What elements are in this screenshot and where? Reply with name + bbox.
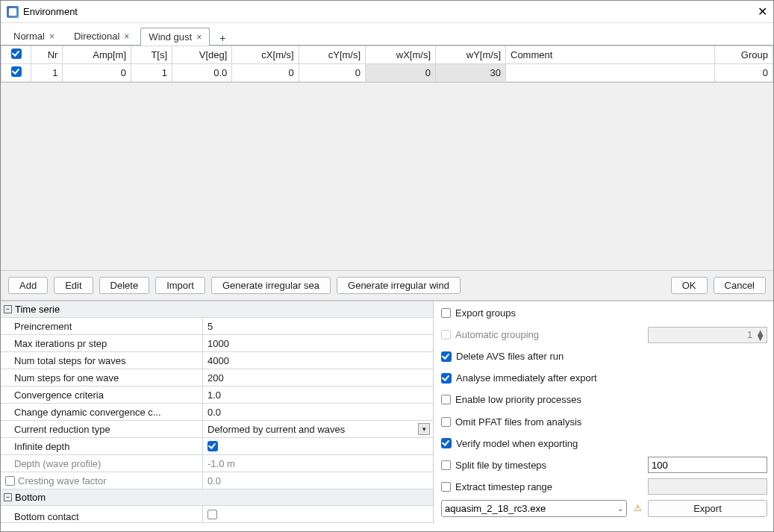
collapse-icon[interactable]: −: [4, 493, 12, 501]
checkbox[interactable]: [441, 373, 452, 384]
close-tab-icon[interactable]: ×: [124, 31, 129, 42]
cancel-button[interactable]: Cancel: [714, 277, 766, 294]
property-grid: − Time serie Preincrement5 Max iteration…: [1, 301, 434, 523]
group-label: Time serie: [15, 304, 60, 315]
checkbox[interactable]: [441, 438, 452, 448]
cell-nr[interactable]: 1: [31, 64, 63, 82]
prop-value[interactable]: 1.0: [202, 387, 433, 403]
checkbox[interactable]: [441, 395, 451, 404]
prop-value[interactable]: 1000: [202, 335, 433, 351]
col-check[interactable]: [1, 46, 31, 64]
auto-grouping-spinner: 1 ▲▼: [648, 327, 767, 343]
cell-wy[interactable]: 30: [436, 64, 506, 82]
cell-comment[interactable]: [506, 64, 715, 82]
cell-amp[interactable]: 0: [63, 64, 131, 82]
title-bar: Environment ✕: [1, 1, 773, 23]
exe-value: aquasim_2_18_rc3.exe: [445, 503, 546, 514]
group-time-serie[interactable]: − Time serie: [1, 301, 433, 318]
prop-label: Change dynamic convergence c...: [1, 407, 202, 418]
cell-group[interactable]: 0: [715, 64, 773, 82]
group-label: Bottom: [15, 492, 46, 503]
prop-label: Depth (wave profile): [1, 458, 202, 469]
table-row[interactable]: 1 0 1 0.0 0 0 0 30 0: [1, 64, 773, 82]
tab-strip: Normal × Directional × Wind gust × +: [1, 23, 773, 46]
add-tab-button[interactable]: +: [213, 31, 232, 45]
check-icon: [207, 441, 218, 451]
prop-value[interactable]: 5: [202, 318, 433, 334]
checkbox-empty-icon[interactable]: [5, 476, 15, 486]
row-check-icon[interactable]: [11, 66, 22, 77]
col-cx[interactable]: cX[m/s]: [232, 46, 299, 64]
prop-value: -1.0 m: [202, 455, 433, 472]
tab-label: Wind gust: [149, 31, 192, 43]
exe-select[interactable]: aquasim_2_18_rc3.exe ⌄: [441, 500, 627, 517]
checkbox[interactable]: [441, 351, 452, 362]
prop-label: Preincrement: [1, 321, 202, 332]
opt-label: Verify model when exporting: [456, 438, 578, 449]
prop-label: Num steps for one wave: [1, 372, 202, 384]
chevron-down-icon: ⌄: [617, 504, 623, 513]
checkbox[interactable]: [441, 308, 451, 318]
opt-label: Export groups: [455, 307, 516, 319]
tab-label: Directional: [74, 31, 119, 42]
col-group[interactable]: Group: [715, 46, 773, 64]
checkbox[interactable]: [441, 460, 451, 470]
table-empty-area: [1, 83, 773, 271]
warning-icon: ⚠: [631, 502, 643, 514]
prop-value[interactable]: 0.0: [202, 404, 433, 420]
opt-label: Enable low priority processes: [455, 394, 581, 405]
close-tab-icon[interactable]: ×: [49, 31, 54, 42]
cell-cx[interactable]: 0: [232, 64, 299, 82]
tab-directional[interactable]: Directional ×: [66, 27, 137, 45]
checkbox-empty-icon: [207, 510, 217, 519]
prop-label: Bottom contact: [1, 507, 202, 522]
tab-normal[interactable]: Normal ×: [5, 27, 63, 45]
prop-value-select[interactable]: Deformed by current and waves ▾: [202, 421, 433, 437]
close-tab-icon[interactable]: ×: [196, 32, 202, 43]
col-comment[interactable]: Comment: [506, 46, 715, 64]
col-t[interactable]: T[s]: [131, 46, 172, 64]
extract-input: [648, 478, 767, 495]
prop-value[interactable]: 4000: [202, 352, 433, 369]
prop-label: Current reduction type: [1, 424, 202, 435]
cell-v[interactable]: 0.0: [172, 64, 232, 82]
cell-t[interactable]: 1: [131, 64, 172, 82]
col-v[interactable]: V[deg]: [172, 46, 232, 64]
prop-label: Num total steps for waves: [1, 355, 202, 366]
prop-label: Infinite depth: [1, 441, 202, 452]
col-wx[interactable]: wX[m/s]: [366, 46, 436, 64]
checkbox[interactable]: [441, 482, 451, 492]
export-button[interactable]: Export: [648, 500, 767, 517]
close-icon[interactable]: ✕: [737, 6, 767, 18]
opt-label: Extract timestep range: [455, 481, 552, 492]
split-input[interactable]: 100: [648, 457, 767, 473]
prop-value: 0.0: [202, 472, 433, 489]
generate-sea-button[interactable]: Generate irregular sea: [211, 277, 331, 294]
delete-button[interactable]: Delete: [99, 277, 150, 294]
cell-cy[interactable]: 0: [299, 64, 365, 82]
prop-value-check[interactable]: [202, 438, 433, 454]
import-button[interactable]: Import: [155, 277, 205, 294]
tab-label: Normal: [13, 31, 45, 42]
chevron-down-icon[interactable]: ▾: [418, 423, 430, 435]
tab-wind-gust[interactable]: Wind gust ×: [140, 28, 210, 46]
ok-button[interactable]: OK: [671, 277, 708, 294]
edit-button[interactable]: Edit: [54, 277, 93, 294]
cell-wx[interactable]: 0: [366, 64, 436, 82]
prop-value[interactable]: 200: [202, 369, 433, 386]
prop-value-check[interactable]: [202, 506, 433, 522]
checkbox: [441, 330, 451, 339]
col-nr[interactable]: Nr: [31, 46, 63, 64]
export-options: Export groups Automatic grouping 1 ▲▼ De…: [434, 301, 773, 523]
col-amp[interactable]: Amp[m]: [63, 46, 131, 64]
opt-label: Omit PFAT files from analysis: [455, 416, 581, 428]
generate-wind-button[interactable]: Generate irregular wind: [337, 277, 461, 294]
add-button[interactable]: Add: [8, 277, 48, 294]
group-bottom[interactable]: − Bottom: [1, 489, 433, 506]
checkbox[interactable]: [441, 417, 451, 427]
col-cy[interactable]: cY[m/s]: [299, 46, 365, 64]
environment-table: Nr Amp[m] T[s] V[deg] cX[m/s] cY[m/s] wX…: [1, 46, 773, 83]
collapse-icon[interactable]: −: [4, 305, 12, 313]
col-wy[interactable]: wY[m/s]: [436, 46, 506, 64]
opt-label: Automatic grouping: [455, 329, 539, 340]
